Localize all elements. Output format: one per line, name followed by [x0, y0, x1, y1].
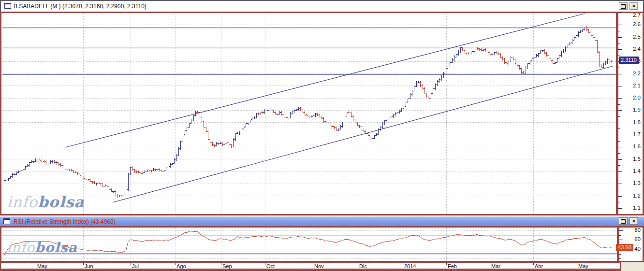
month-tick [175, 263, 176, 265]
price-axis-tick [618, 74, 622, 74]
price-axis-tick [618, 104, 620, 105]
price-axis-label: 1.3 [633, 180, 641, 186]
month-label: May [37, 263, 47, 269]
month-tick [313, 263, 313, 265]
rsi-value-badge: 43.50 [616, 244, 633, 251]
price-axis-label: 1.5 [633, 156, 641, 162]
month-label: Feb [448, 263, 457, 269]
price-axis-tick [618, 135, 622, 135]
rsi-axis-label: 40 [634, 246, 641, 252]
price-axis-tick [618, 184, 622, 184]
price-axis-tick [618, 31, 620, 31]
month-label: 2014 [404, 263, 416, 269]
rsi-axis-tick [619, 258, 621, 259]
price-axis-label: 1.1 [633, 205, 641, 211]
price-axis-label: 1.6 [633, 143, 641, 149]
rsi-close-button[interactable]: × [629, 217, 638, 225]
price-axis-tick [618, 208, 622, 209]
rsi-axis-label: 80 [634, 227, 641, 233]
price-axis-tick [618, 128, 620, 129]
price-axis-tick [618, 110, 622, 111]
price-axis-tick [618, 178, 620, 178]
price-axis-tick [618, 141, 620, 142]
price-axis-label: 1.9 [633, 107, 641, 113]
month-label: Jul [132, 263, 139, 269]
price-axis-label: 2.1 [633, 83, 641, 88]
last-price-badge: 2.3110 [619, 57, 639, 64]
rsi-axis-tick [619, 254, 621, 255]
month-tick [490, 263, 490, 265]
restore-icon [621, 219, 626, 224]
month-label: Ago [176, 263, 186, 269]
month-tick [83, 263, 84, 265]
price-axis-tick [618, 86, 622, 86]
price-axis-tick [618, 147, 622, 147]
month-tick [577, 263, 577, 265]
rsi-chart-canvas[interactable] [2, 228, 617, 261]
price-axis-tick [618, 92, 620, 92]
price-axis-label: 1.8 [633, 119, 641, 125]
price-axis-tick [618, 123, 622, 123]
month-tick [265, 263, 265, 265]
rsi-axis-label: 60 [634, 236, 641, 242]
price-axis-label: 2.0 [633, 95, 641, 100]
month-tick [36, 263, 36, 265]
price-axis-label: 2.6 [633, 21, 641, 27]
price-axis-label: 1.4 [633, 168, 641, 174]
chart-window-icon[interactable] [4, 3, 11, 9]
month-label: Abr [535, 263, 543, 269]
price-axis-tick [618, 13, 622, 13]
month-tick [358, 263, 358, 265]
price-axis-tick [618, 98, 622, 99]
month-tick [131, 263, 131, 265]
price-window-title: B.SABADELL (M ) (2.3070, 2.3160, 2.2900,… [14, 3, 146, 10]
price-axis: 2.72.62.52.42.32.22.12.01.91.81.71.61.51… [618, 0, 643, 215]
month-tick [533, 263, 534, 265]
price-axis-tick [618, 19, 620, 19]
price-axis-tick [618, 153, 620, 154]
month-label: Dic [359, 263, 367, 269]
desktop-background [621, 262, 644, 271]
price-axis-label: 2.4 [633, 46, 641, 52]
month-label: Nov [314, 263, 324, 269]
price-window-titlebar[interactable]: B.SABADELL (M ) (2.3070, 2.3160, 2.2900,… [1, 1, 643, 12]
price-axis-tick [618, 56, 620, 56]
price-chart-canvas[interactable] [2, 13, 617, 214]
infobolsa-workspace: B.SABADELL (M ) (2.3070, 2.3160, 2.2900,… [0, 0, 644, 271]
month-label: Oct [266, 263, 275, 269]
rsi-axis-tick [619, 235, 621, 236]
rsi-axis-tick [619, 230, 623, 231]
rsi-window-icon[interactable] [3, 218, 10, 224]
price-axis-tick [618, 116, 620, 117]
price-axis-label: 2.7 [633, 12, 641, 18]
month-label: Mar [491, 263, 500, 269]
rsi-axis-tick [619, 240, 623, 240]
price-axis-tick [618, 171, 622, 172]
rsi-window-titlebar[interactable]: RSI (Relative Strength Index) (43.4965) [0, 216, 644, 227]
price-axis-tick [618, 68, 620, 68]
month-label: Jun [85, 263, 93, 269]
rsi-restore-button[interactable] [619, 217, 628, 225]
price-axis-tick [618, 196, 622, 197]
close-icon: × [632, 218, 635, 224]
rsi-window-title: RSI (Relative Strength Index) (43.4965) [14, 218, 116, 225]
price-axis-tick [618, 43, 620, 43]
price-axis-tick [618, 190, 620, 190]
month-tick [403, 263, 403, 269]
price-axis-label: 2.5 [633, 34, 641, 40]
month-label: May [578, 263, 588, 269]
price-axis-tick [618, 37, 622, 38]
price-axis-tick [618, 165, 620, 166]
month-tick [221, 263, 221, 265]
price-axis-label: 1.2 [633, 193, 641, 199]
price-axis-label: 2.2 [633, 71, 641, 76]
price-axis-tick [618, 80, 620, 80]
month-tick [446, 263, 447, 265]
price-axis-label: 1.7 [633, 131, 641, 137]
price-axis-tick [618, 49, 622, 50]
month-label: Sep [222, 263, 232, 269]
price-axis-tick [618, 25, 622, 25]
price-axis-tick [618, 202, 620, 202]
price-axis-tick [618, 159, 622, 160]
